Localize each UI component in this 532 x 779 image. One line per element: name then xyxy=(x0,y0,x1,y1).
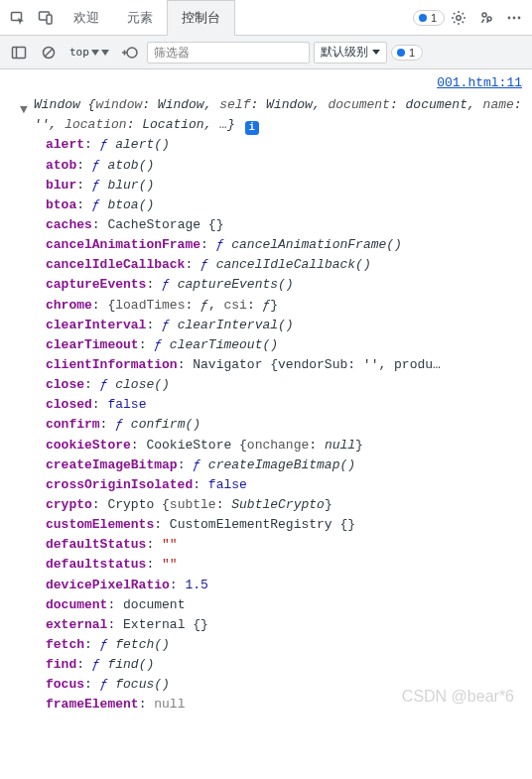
inspect-element-icon[interactable] xyxy=(4,4,32,32)
clear-console-icon[interactable] xyxy=(36,40,62,65)
property-row[interactable]: ▶cancelAnimationFrameƒ cancelAnimationFr… xyxy=(46,235,524,255)
property-key: chrome xyxy=(46,298,107,313)
properties-list: ▶alertƒ alert()▶atobƒ atob()▶blurƒ blur(… xyxy=(0,135,532,714)
property-key: clearInterval xyxy=(46,318,162,332)
toggle-sidebar-icon[interactable] xyxy=(6,40,32,65)
property-key: cookieStore xyxy=(46,438,146,453)
issue-dot-icon xyxy=(419,14,427,22)
property-row[interactable]: ▶cryptoCrypto {subtle: SubtleCrypto} xyxy=(46,495,524,515)
property-key: blur xyxy=(46,178,92,193)
disclosure-triangle-icon[interactable]: ▼ xyxy=(20,100,28,120)
property-row[interactable]: ▶confirmƒ confirm() xyxy=(46,415,524,435)
context-selector[interactable]: top xyxy=(66,42,113,64)
property-row: defaultstatus"" xyxy=(46,555,524,575)
property-row[interactable]: ▶closeƒ close() xyxy=(46,375,524,395)
settings-gear-icon[interactable] xyxy=(445,4,472,32)
property-row[interactable]: ▶externalExternal {} xyxy=(46,615,524,635)
object-header[interactable]: ▼ Window {window: Window, self: Window, … xyxy=(0,95,532,135)
svg-point-3 xyxy=(457,15,461,19)
property-key: atob xyxy=(46,158,92,173)
svg-point-4 xyxy=(482,13,486,17)
svg-rect-2 xyxy=(47,15,52,24)
svg-point-8 xyxy=(518,16,521,19)
devtools-tabbar: 欢迎 元素 控制台 1 xyxy=(0,0,532,36)
property-row[interactable]: ▶chrome{loadTimes: ƒ, csi: ƒ} xyxy=(46,296,524,316)
tab-label: 控制台 xyxy=(182,9,220,27)
console-output: 001.html:11 ▼ Window {window: Window, se… xyxy=(0,69,532,725)
property-row[interactable]: ▶cancelIdleCallbackƒ cancelIdleCallback(… xyxy=(46,255,524,275)
log-level-selector[interactable]: 默认级别 xyxy=(314,42,387,64)
property-key: clientInformation xyxy=(46,357,193,372)
property-key: document xyxy=(46,597,123,612)
more-menu-icon[interactable] xyxy=(500,4,528,32)
property-key: close xyxy=(46,377,100,392)
property-row[interactable]: ▶clearIntervalƒ clearInterval() xyxy=(46,316,524,335)
property-key: defaultstatus xyxy=(46,557,162,572)
property-key: createImageBitmap xyxy=(46,457,193,472)
property-key: customElements xyxy=(46,517,170,532)
property-key: cancelIdleCallback xyxy=(46,257,200,272)
log-level-label: 默认级别 xyxy=(321,44,368,61)
property-key: fetch xyxy=(46,637,100,652)
property-key: confirm xyxy=(46,417,115,432)
live-expression-icon[interactable] xyxy=(117,40,143,65)
property-key: external xyxy=(46,617,123,632)
property-row[interactable]: ▶cookieStoreCookieStore {onchange: null} xyxy=(46,436,524,455)
property-key: defaultStatus xyxy=(46,537,162,552)
property-row[interactable]: ▶btoaƒ btoa() xyxy=(46,195,524,215)
svg-point-7 xyxy=(513,16,516,19)
property-key: closed xyxy=(46,397,107,412)
property-row[interactable]: ▶clientInformationNavigator {vendorSub: … xyxy=(46,355,524,375)
tab-label: 元素 xyxy=(127,9,153,27)
source-link[interactable]: 001.html:11 xyxy=(437,75,522,90)
property-row[interactable]: ▶alertƒ alert() xyxy=(46,135,524,155)
property-key: cancelAnimationFrame xyxy=(46,237,216,252)
property-row[interactable]: ▶blurƒ blur() xyxy=(46,176,524,195)
property-key: find xyxy=(46,657,92,672)
property-key: frameElement xyxy=(46,697,154,712)
property-key: btoa xyxy=(46,197,92,212)
svg-point-6 xyxy=(508,16,511,19)
console-toolbar: top 默认级别 1 xyxy=(0,36,532,69)
property-row: devicePixelRatio1.5 xyxy=(46,576,524,595)
property-row[interactable]: ▶atobƒ atob() xyxy=(46,156,524,176)
property-row[interactable]: ▶createImageBitmapƒ createImageBitmap() xyxy=(46,455,524,475)
context-label: top xyxy=(69,46,89,59)
property-key: crossOriginIsolated xyxy=(46,477,208,492)
property-row[interactable]: ▶findƒ find() xyxy=(46,655,524,675)
property-row[interactable]: ▶clearTimeoutƒ clearTimeout() xyxy=(46,335,524,355)
issues-badge[interactable]: 1 xyxy=(413,10,445,26)
source-link-row: 001.html:11 xyxy=(0,71,532,95)
property-row: closedfalse xyxy=(46,395,524,415)
info-icon[interactable]: i xyxy=(245,121,259,135)
property-row: crossOriginIsolatedfalse xyxy=(46,475,524,495)
issues-badge[interactable]: 1 xyxy=(391,45,423,61)
property-row[interactable]: ▶documentdocument xyxy=(46,595,524,615)
property-row[interactable]: ▶focusƒ focus() xyxy=(46,675,524,695)
property-key: crypto xyxy=(46,497,107,512)
property-key: captureEvents xyxy=(46,277,162,292)
property-row[interactable]: ▶cachesCacheStorage {} xyxy=(46,215,524,235)
property-key: caches xyxy=(46,217,107,232)
property-row[interactable]: ▶fetchƒ fetch() xyxy=(46,635,524,655)
tab-label: 欢迎 xyxy=(73,9,99,27)
property-row[interactable]: ▶customElementsCustomElementRegistry {} xyxy=(46,515,524,535)
issue-count: 1 xyxy=(409,47,415,59)
issue-dot-icon xyxy=(397,49,405,57)
filter-input[interactable] xyxy=(147,42,310,64)
svg-rect-9 xyxy=(13,47,26,58)
property-key: clearTimeout xyxy=(46,337,154,352)
tab-welcome[interactable]: 欢迎 xyxy=(60,0,113,36)
property-key: focus xyxy=(46,677,100,692)
property-key: devicePixelRatio xyxy=(46,578,185,592)
tab-elements[interactable]: 元素 xyxy=(113,0,167,36)
tab-console[interactable]: 控制台 xyxy=(167,0,235,36)
property-key: alert xyxy=(46,137,100,152)
device-toolbar-icon[interactable] xyxy=(32,4,60,32)
property-row: defaultStatus"" xyxy=(46,535,524,555)
svg-point-13 xyxy=(127,48,137,58)
issue-count: 1 xyxy=(431,12,437,24)
svg-line-12 xyxy=(45,49,53,57)
feedback-icon[interactable] xyxy=(472,4,500,32)
property-row[interactable]: ▶captureEventsƒ captureEvents() xyxy=(46,275,524,295)
